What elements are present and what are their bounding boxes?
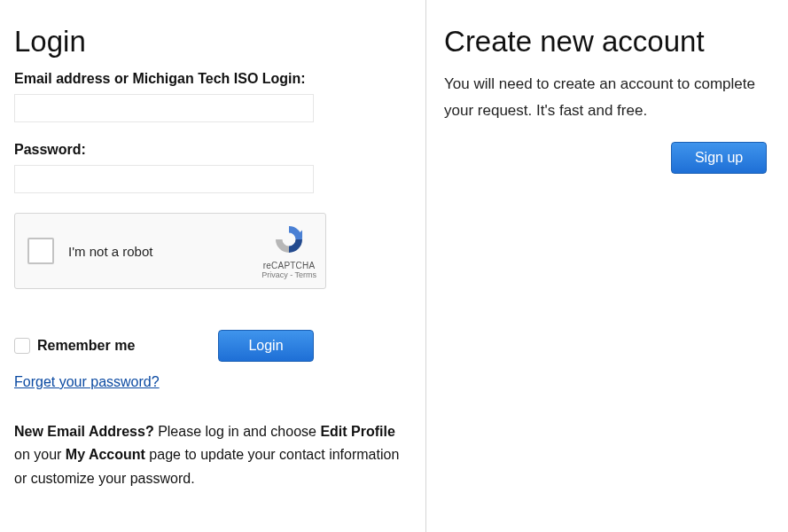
recaptcha-left: I'm not a robot xyxy=(27,238,152,264)
signup-button[interactable]: Sign up xyxy=(671,142,767,174)
forgot-password-link[interactable]: Forget your password? xyxy=(14,374,160,390)
recaptcha-links: Privacy - Terms xyxy=(261,270,316,279)
help-my-account: My Account xyxy=(66,447,145,462)
signup-description: You will need to create an account to co… xyxy=(444,71,774,124)
page-wrapper: Login Email address or Michigan Tech ISO… xyxy=(0,0,788,532)
password-label: Password: xyxy=(14,142,411,158)
email-label: Email address or Michigan Tech ISO Login… xyxy=(14,71,411,87)
password-field-block: Password: xyxy=(14,142,411,193)
login-button[interactable]: Login xyxy=(218,330,314,362)
signup-panel: Create new account You will need to crea… xyxy=(425,0,788,532)
recaptcha-checkbox[interactable] xyxy=(27,238,54,264)
email-field-block: Email address or Michigan Tech ISO Login… xyxy=(14,71,411,122)
help-lead: New Email Address? xyxy=(14,424,154,439)
password-input[interactable] xyxy=(14,165,314,193)
remember-me-label: Remember me xyxy=(37,338,135,354)
login-footer-row: Remember me Login xyxy=(14,330,314,362)
help-part2: on your xyxy=(14,447,66,462)
remember-me-checkbox[interactable] xyxy=(14,338,30,354)
recaptcha-widget: I'm not a robot reCAPTCHA Privacy - Term… xyxy=(14,213,326,289)
signup-button-row: Sign up xyxy=(444,142,767,174)
remember-me-block: Remember me xyxy=(14,338,135,354)
new-email-help-text: New Email Address? Please log in and cho… xyxy=(14,420,404,490)
recaptcha-brand: reCAPTCHA xyxy=(263,261,315,270)
login-heading: Login xyxy=(14,25,411,59)
email-input[interactable] xyxy=(14,94,314,122)
help-part1: Please log in and choose xyxy=(154,424,321,439)
recaptcha-right: reCAPTCHA Privacy - Terms xyxy=(261,223,316,279)
signup-heading: Create new account xyxy=(444,25,774,59)
recaptcha-icon xyxy=(273,223,305,259)
login-panel: Login Email address or Michigan Tech ISO… xyxy=(0,0,425,532)
recaptcha-label: I'm not a robot xyxy=(68,244,152,259)
help-edit-profile: Edit Profile xyxy=(320,424,394,439)
